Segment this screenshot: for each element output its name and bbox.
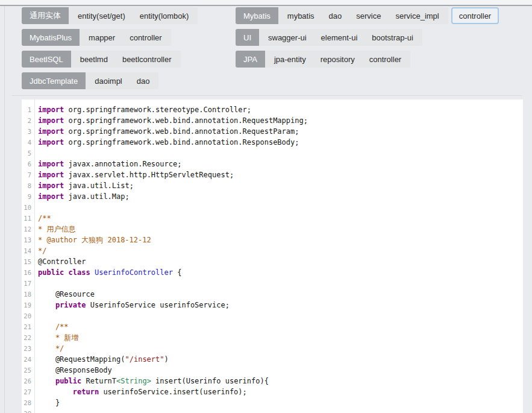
line-number: 8 [22, 180, 34, 191]
group-buttons: swagger-uielement-uibootstrap-ui [259, 29, 422, 46]
toolbar-button-jpa-entity[interactable]: jpa-entity [267, 51, 313, 68]
code-text: @Resource [34, 289, 95, 300]
code-line: 21 /** [22, 321, 523, 332]
line-number: 2 [22, 115, 34, 126]
group-buttons: beetlmdbeetlcontroller [71, 51, 181, 68]
code-text: * 用户信息 [34, 224, 75, 235]
code-line: 9import java.util.Map; [22, 191, 523, 202]
template-group-beetlsql: BeetlSQLbeetlmdbeetlcontroller [22, 51, 198, 68]
code-line: 8import java.util.List; [22, 180, 523, 191]
code-text: */ [34, 245, 46, 256]
toolbar-button-controller[interactable]: controller [451, 7, 499, 24]
toolbar-button-dao[interactable]: dao [130, 72, 157, 89]
group-label: MybatisPlus [22, 29, 80, 46]
code-text: public ReturnT<String> insert(Userinfo u… [34, 376, 269, 386]
line-number: 19 [22, 300, 34, 311]
code-line: 4import org.springframework.web.bind.ann… [22, 137, 523, 148]
template-group-item: 通用实体entity(set/get)entity(lombok) [22, 7, 198, 24]
code-text: /** [34, 213, 51, 224]
code-line: 12* 用户信息 [22, 224, 523, 235]
group-buttons: entity(set/get)entity(lombok) [69, 7, 198, 24]
toolbar-button-controller[interactable]: controller [122, 29, 169, 46]
toolbar-button-mybatis[interactable]: mybatis [280, 7, 322, 24]
code-text: /** [34, 321, 69, 332]
code-text: import org.springframework.stereotype.Co… [34, 104, 251, 115]
line-number: 16 [22, 267, 34, 278]
line-number: 26 [22, 376, 34, 386]
line-number: 18 [22, 289, 34, 300]
template-group-mybatis: Mybatismybatisdaoserviceservice_implcont… [236, 7, 499, 24]
group-label: Mybatis [236, 7, 278, 24]
code-line: 18 @Resource [22, 289, 523, 300]
group-label: JPA [236, 51, 265, 68]
code-line: 29 [22, 408, 523, 413]
group-label: BeetlSQL [22, 51, 71, 68]
code-text: import org.springframework.web.bind.anno… [34, 115, 308, 126]
line-number: 15 [22, 256, 34, 267]
code-line: 7import javax.servlet.http.HttpServletRe… [22, 169, 523, 180]
toolbar-button-dao[interactable]: dao [322, 7, 349, 24]
code-panel[interactable]: 1import org.springframework.stereotype.C… [22, 99, 523, 413]
code-line: 23 */ [22, 343, 523, 354]
code-text: import java.util.Map; [34, 191, 130, 202]
line-number: 14 [22, 245, 34, 256]
template-group-mybatisplus: MybatisPlusmappercontroller [22, 29, 198, 46]
code-text [34, 148, 38, 159]
group-label: JdbcTemplate [22, 72, 86, 89]
code-line: 2import org.springframework.web.bind.ann… [22, 115, 523, 126]
toolbar-button-repository[interactable]: repository [313, 51, 362, 68]
line-number: 28 [22, 397, 34, 408]
line-number: 27 [22, 386, 34, 397]
toolbar-button-daoimpl[interactable]: daoimpl [87, 72, 130, 89]
top-strip [0, 0, 532, 5]
line-number: 5 [22, 148, 34, 159]
line-number: 9 [22, 191, 34, 202]
code-text: return userinfoService.insert(userinfo); [34, 386, 247, 397]
toolbar-button-swagger-ui[interactable]: swagger-ui [261, 29, 314, 46]
line-number: 11 [22, 213, 34, 224]
toolbar-button-entity-set-get[interactable]: entity(set/get) [70, 7, 133, 24]
code-line: 20 [22, 311, 523, 321]
group-buttons: jpa-entityrepositorycontroller [265, 51, 410, 68]
code-text [34, 202, 38, 213]
line-number: 10 [22, 202, 34, 213]
toolbar-button-entity-lombok[interactable]: entity(lombok) [133, 7, 196, 24]
group-label: 通用实体 [22, 7, 69, 24]
code-line: 25 @ResponseBody [22, 365, 523, 376]
toolbar-button-beetlmd[interactable]: beetlmd [73, 51, 115, 68]
code-line: 19 private UserinfoService userinfoServi… [22, 300, 523, 311]
toolbar-button-beetlcontroller[interactable]: beetlcontroller [115, 51, 179, 68]
toolbar-right-column: Mybatismybatisdaoserviceservice_implcont… [236, 7, 499, 68]
group-buttons: mybatisdaoserviceservice_impl [278, 7, 448, 24]
toolbar-button-controller[interactable]: controller [362, 51, 408, 68]
code-line: 22 * 新增 [22, 332, 523, 343]
code-text: */ [34, 343, 64, 354]
line-number: 17 [22, 278, 34, 289]
line-number: 1 [22, 104, 34, 115]
code-text: @ResponseBody [34, 365, 112, 376]
toolbar-button-bootstrap-ui[interactable]: bootstrap-ui [365, 29, 421, 46]
code-text [34, 408, 38, 413]
toolbar-button-mapper[interactable]: mapper [81, 29, 122, 46]
line-number: 22 [22, 332, 34, 343]
code-text: public class UserinfoController { [34, 267, 181, 278]
code-text: * @author 大狼狗 2018-12-12 [34, 235, 151, 245]
code-line: 15@Controller [22, 256, 523, 267]
line-number: 13 [22, 235, 34, 245]
code-text: @Controller [34, 256, 86, 267]
toolbar-button-element-ui[interactable]: element-ui [314, 29, 365, 46]
code-text: import java.util.List; [34, 180, 134, 191]
toolbar-button-service[interactable]: service [349, 7, 388, 24]
code-text: @RequestMapping("/insert") [34, 354, 169, 365]
code-text: import javax.annotation.Resource; [34, 159, 181, 169]
line-number: 6 [22, 159, 34, 169]
template-group-jdbctemplate: JdbcTemplatedaoimpldao [22, 72, 198, 89]
code-text: } [34, 397, 60, 408]
line-number: 4 [22, 137, 34, 148]
toolbar-button-service-impl[interactable]: service_impl [388, 7, 446, 24]
code-line: 5 [22, 148, 523, 159]
code-text: private UserinfoService userinfoService; [34, 300, 230, 311]
code-line: 14*/ [22, 245, 523, 256]
code-line: 3import org.springframework.web.bind.ann… [22, 126, 523, 137]
toolbar-left-column: 通用实体entity(set/get)entity(lombok)Mybatis… [22, 7, 198, 89]
